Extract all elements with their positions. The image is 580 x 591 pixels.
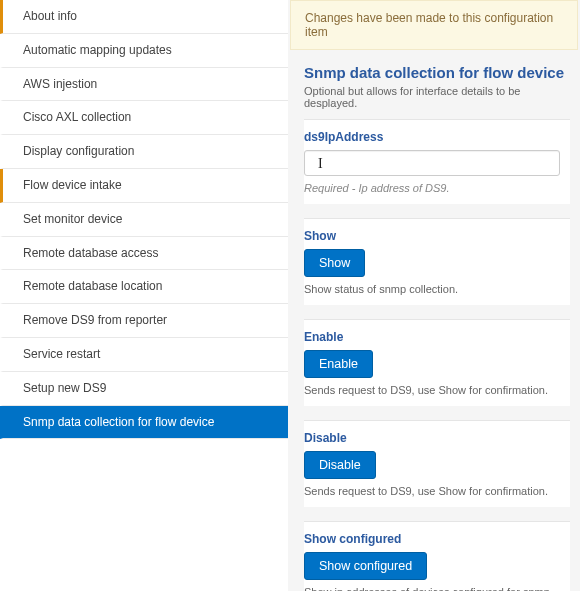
- sidebar-item-8[interactable]: Remote database location: [0, 270, 288, 304]
- change-banner: Changes have been made to this configura…: [290, 0, 578, 50]
- show-label: Show: [304, 229, 560, 243]
- sidebar-item-7[interactable]: Remote database access: [0, 237, 288, 271]
- sidebar-item-label: About info: [23, 9, 77, 23]
- ds9ip-help: Required - Ip address of DS9.: [304, 182, 560, 194]
- sidebar-item-4[interactable]: Display configuration: [0, 135, 288, 169]
- main-panel: Changes have been made to this configura…: [288, 0, 580, 591]
- sidebar-item-9[interactable]: Remove DS9 from reporter: [0, 304, 288, 338]
- showconf-desc: Show ip addresses of devices configured …: [304, 586, 560, 591]
- disable-label: Disable: [304, 431, 560, 445]
- field-show-configured: Show configured Show configured Show ip …: [304, 521, 570, 591]
- showconf-label: Show configured: [304, 532, 560, 546]
- page-title: Snmp data collection for flow device: [304, 64, 570, 81]
- ds9ip-input[interactable]: [304, 150, 560, 176]
- sidebar-item-label: Remote database location: [23, 279, 162, 293]
- content: Snmp data collection for flow device Opt…: [288, 64, 580, 591]
- show-desc: Show status of snmp collection.: [304, 283, 560, 295]
- page-subtitle: Optional but allows for interface detail…: [304, 85, 570, 109]
- enable-label: Enable: [304, 330, 560, 344]
- sidebar-item-2[interactable]: AWS injestion: [0, 68, 288, 102]
- sidebar-item-label: Remove DS9 from reporter: [23, 313, 167, 327]
- ds9ip-label: ds9IpAddress: [304, 130, 560, 144]
- field-ds9ip: ds9IpAddress I Required - Ip address of …: [304, 119, 570, 204]
- sidebar-item-6[interactable]: Set monitor device: [0, 203, 288, 237]
- sidebar-item-5[interactable]: Flow device intake: [0, 169, 288, 203]
- sidebar-item-1[interactable]: Automatic mapping updates: [0, 34, 288, 68]
- disable-button[interactable]: Disable: [304, 451, 376, 479]
- field-enable: Enable Enable Sends request to DS9, use …: [304, 319, 570, 406]
- show-configured-button[interactable]: Show configured: [304, 552, 427, 580]
- sidebar-item-label: Snmp data collection for flow device: [23, 415, 214, 429]
- sidebar-item-3[interactable]: Cisco AXL collection: [0, 101, 288, 135]
- sidebar-item-label: AWS injestion: [23, 77, 97, 91]
- enable-button[interactable]: Enable: [304, 350, 373, 378]
- sidebar-item-label: Display configuration: [23, 144, 134, 158]
- sidebar-item-label: Flow device intake: [23, 178, 122, 192]
- disable-desc: Sends request to DS9, use Show for confi…: [304, 485, 560, 497]
- sidebar-item-11[interactable]: Setup new DS9: [0, 372, 288, 406]
- sidebar-item-12[interactable]: Snmp data collection for flow device: [0, 406, 288, 440]
- sidebar: About infoAutomatic mapping updatesAWS i…: [0, 0, 288, 591]
- field-show: Show Show Show status of snmp collection…: [304, 218, 570, 305]
- sidebar-item-label: Automatic mapping updates: [23, 43, 172, 57]
- enable-desc: Sends request to DS9, use Show for confi…: [304, 384, 560, 396]
- sidebar-item-label: Set monitor device: [23, 212, 122, 226]
- sidebar-item-label: Service restart: [23, 347, 100, 361]
- sidebar-item-10[interactable]: Service restart: [0, 338, 288, 372]
- sidebar-item-0[interactable]: About info: [0, 0, 288, 34]
- sidebar-item-label: Remote database access: [23, 246, 158, 260]
- sidebar-item-label: Setup new DS9: [23, 381, 106, 395]
- show-button[interactable]: Show: [304, 249, 365, 277]
- field-disable: Disable Disable Sends request to DS9, us…: [304, 420, 570, 507]
- sidebar-item-label: Cisco AXL collection: [23, 110, 131, 124]
